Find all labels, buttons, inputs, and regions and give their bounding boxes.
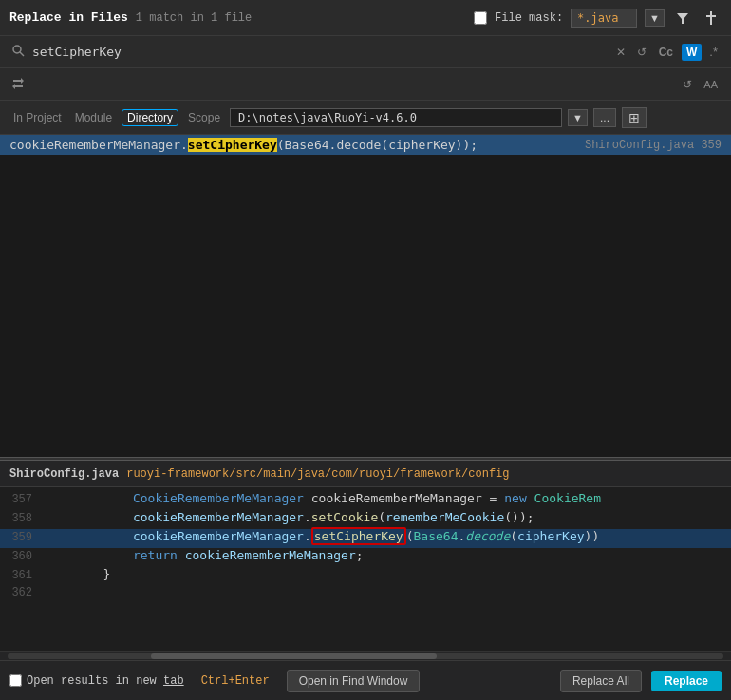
result-row[interactable]: cookieRememberMeManager.setCipherKey(Bas… xyxy=(0,135,731,155)
line-number-357: 357 xyxy=(9,493,44,506)
in-project-button[interactable]: In Project xyxy=(9,109,66,126)
svg-point-3 xyxy=(13,46,21,53)
line-number-359: 359 xyxy=(9,531,44,544)
open-results-label: Open results in new tab xyxy=(27,674,184,688)
scope-button[interactable]: Scope xyxy=(184,109,224,126)
scope-bar: In Project Module Directory Scope ▼ ... … xyxy=(0,101,731,135)
refresh-replace-button[interactable]: ↺ xyxy=(679,76,696,93)
result-prefix: cookieRememberMeManager. xyxy=(9,138,188,152)
header: Replace in Files 1 match in 1 file File … xyxy=(0,0,731,36)
grid-button[interactable]: ⊞ xyxy=(622,107,647,128)
line-number-358: 358 xyxy=(9,512,44,525)
search-icon-button[interactable] xyxy=(9,44,27,60)
replace-all-button[interactable]: Replace All xyxy=(560,670,642,692)
search-bar: ✕ ↺ Cc W .* xyxy=(0,36,731,68)
replace-input[interactable] xyxy=(32,77,673,91)
case-sensitive-button[interactable]: Cc xyxy=(654,44,678,61)
line-number-362: 362 xyxy=(9,586,44,599)
search-input[interactable] xyxy=(32,45,607,59)
footer: Open results in new tab Ctrl+Enter Open … xyxy=(0,660,731,700)
line-number-360: 360 xyxy=(9,550,44,563)
file-mask-checkbox[interactable] xyxy=(474,11,487,25)
aa-button[interactable]: AA xyxy=(700,77,722,92)
scrollbar-area xyxy=(0,651,731,660)
result-suffix: (Base64.decode(cipherKey)); xyxy=(277,138,478,152)
header-left: Replace in Files 1 match in 1 file xyxy=(9,10,252,25)
scrollbar-thumb[interactable] xyxy=(151,653,438,659)
replace-bar: ↺ AA xyxy=(0,68,731,101)
match-count: 1 match in 1 file xyxy=(136,11,252,25)
filter-button[interactable] xyxy=(672,9,693,27)
code-filepath: ruoyi-framework/src/main/java/com/ruoyi/… xyxy=(126,467,509,481)
line-content-359: cookieRememberMeManager.setCipherKey(Bas… xyxy=(44,529,599,543)
browse-button[interactable]: ... xyxy=(593,108,616,127)
horizontal-scrollbar[interactable] xyxy=(8,653,723,659)
directory-path-input[interactable] xyxy=(230,108,562,127)
file-mask-label: File mask: xyxy=(495,11,563,25)
directory-dropdown-button[interactable]: ▼ xyxy=(568,109,588,126)
open-results-checkbox-label[interactable]: Open results in new tab xyxy=(9,674,184,688)
code-line-357: 357 CookieRememberMeManager cookieRememb… xyxy=(0,491,731,510)
replace-actions: ↺ AA xyxy=(679,76,722,93)
replace-icon xyxy=(11,76,25,89)
pin-icon xyxy=(704,11,718,25)
refresh-search-button[interactable]: ↺ xyxy=(633,44,650,61)
result-filename: ShiroConfig.java 359 xyxy=(585,139,722,152)
filter-icon xyxy=(676,11,689,25)
replace-button[interactable]: Replace xyxy=(651,671,722,691)
results-area: cookieRememberMeManager.setCipherKey(Bas… xyxy=(0,135,731,457)
code-body[interactable]: 357 CookieRememberMeManager cookieRememb… xyxy=(0,487,731,651)
header-right: File mask: ▼ xyxy=(474,9,722,28)
code-panel: ShiroConfig.java ruoyi-framework/src/mai… xyxy=(0,461,731,660)
file-mask-dropdown[interactable]: ▼ xyxy=(645,9,665,27)
pin-button[interactable] xyxy=(701,9,722,27)
whole-word-button[interactable]: W xyxy=(682,44,702,61)
line-content-357: CookieRememberMeManager cookieRememberMe… xyxy=(44,491,601,505)
regex-button[interactable]: .* xyxy=(705,43,722,61)
replace-icon-button[interactable] xyxy=(9,76,27,92)
code-line-358: 358 cookieRememberMeManager.setCookie(re… xyxy=(0,510,731,529)
svg-line-4 xyxy=(20,52,24,56)
open-results-checkbox[interactable] xyxy=(9,674,22,687)
ctrl-enter-hint: Ctrl+Enter xyxy=(194,671,277,691)
result-highlight: setCipherKey xyxy=(188,138,277,152)
search-actions: ✕ ↺ Cc W .* xyxy=(612,43,722,61)
code-line-360: 360 return cookieRememberMeManager; xyxy=(0,548,731,567)
search-icon xyxy=(11,44,25,57)
code-lines: 357 CookieRememberMeManager cookieRememb… xyxy=(0,487,731,609)
line-content-360: return cookieRememberMeManager; xyxy=(44,548,364,562)
line-content-361: } xyxy=(44,567,110,581)
code-line-362: 362 xyxy=(0,586,731,605)
open-find-window-button[interactable]: Open in Find Window xyxy=(287,670,421,692)
code-filename: ShiroConfig.java xyxy=(9,467,119,481)
line-content-358: cookieRememberMeManager.setCookie(rememb… xyxy=(44,510,534,524)
result-text: cookieRememberMeManager.setCipherKey(Bas… xyxy=(9,138,478,152)
module-button[interactable]: Module xyxy=(71,109,116,126)
directory-button[interactable]: Directory xyxy=(122,109,178,126)
code-line-361: 361 } xyxy=(0,567,731,586)
svg-marker-0 xyxy=(677,13,688,24)
line-number-361: 361 xyxy=(9,569,44,582)
dialog-title: Replace in Files xyxy=(9,10,128,25)
code-header: ShiroConfig.java ruoyi-framework/src/mai… xyxy=(0,461,731,487)
clear-search-button[interactable]: ✕ xyxy=(612,44,629,61)
file-mask-input[interactable] xyxy=(571,9,637,28)
code-line-359: 359 cookieRememberMeManager.setCipherKey… xyxy=(0,529,731,548)
